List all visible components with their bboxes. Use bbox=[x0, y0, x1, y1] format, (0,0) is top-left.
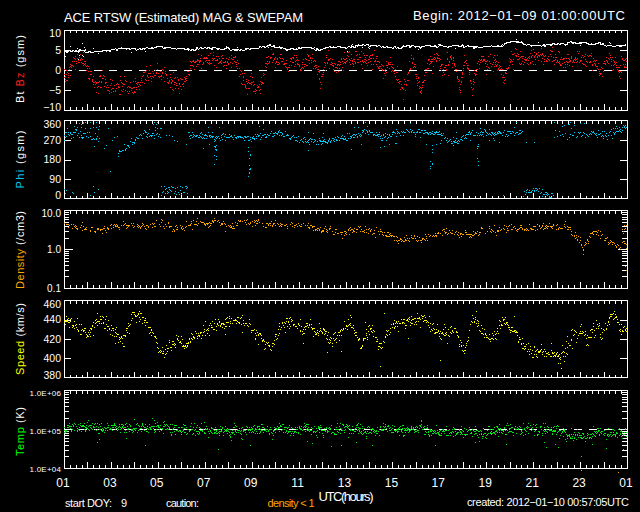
svg-text:21: 21 bbox=[526, 476, 540, 490]
svg-text:420: 420 bbox=[43, 333, 61, 345]
svg-text:07: 07 bbox=[197, 476, 211, 490]
svg-text:1.0E+04: 1.0E+04 bbox=[30, 465, 62, 474]
svg-text:−5: −5 bbox=[49, 84, 61, 96]
svg-text:density < 1: density < 1 bbox=[268, 497, 315, 509]
svg-text:17: 17 bbox=[432, 476, 446, 490]
svg-text:10.0: 10.0 bbox=[42, 208, 62, 219]
svg-text:90: 90 bbox=[49, 173, 61, 185]
svg-text:Bt Bz (gsm): Bt Bz (gsm) bbox=[14, 35, 26, 103]
svg-text:11: 11 bbox=[291, 476, 304, 490]
svg-text:Phi (gsm): Phi (gsm) bbox=[14, 131, 26, 189]
svg-text:Speed (km/s): Speed (km/s) bbox=[14, 303, 26, 375]
svg-text:03: 03 bbox=[103, 476, 117, 490]
svg-text:180: 180 bbox=[43, 153, 61, 165]
svg-text:caution:: caution: bbox=[166, 497, 199, 509]
svg-text:360: 360 bbox=[43, 118, 61, 130]
svg-text:9: 9 bbox=[121, 497, 127, 509]
svg-text:created: 2012−01−10 00:57:05UT: created: 2012−01−10 00:57:05UTC bbox=[467, 496, 629, 508]
svg-text:460: 460 bbox=[43, 298, 61, 310]
svg-text:440: 440 bbox=[43, 313, 61, 325]
svg-text:19: 19 bbox=[479, 476, 493, 490]
svg-text:Begin: 2012−01−09 01:00:00UTC: Begin: 2012−01−09 01:00:00UTC bbox=[413, 8, 625, 23]
svg-text:380: 380 bbox=[43, 369, 61, 381]
svg-text:start DOY:: start DOY: bbox=[65, 497, 112, 509]
svg-text:5: 5 bbox=[55, 44, 61, 56]
svg-text:10: 10 bbox=[49, 27, 61, 39]
svg-text:0.1: 0.1 bbox=[47, 283, 61, 294]
svg-text:Temp (K): Temp (K) bbox=[14, 407, 26, 456]
svg-text:05: 05 bbox=[150, 476, 164, 490]
svg-text:13: 13 bbox=[338, 476, 352, 490]
svg-text:1.0E+06: 1.0E+06 bbox=[30, 389, 62, 398]
svg-text:Density (/cm3): Density (/cm3) bbox=[14, 211, 26, 289]
svg-text:15: 15 bbox=[385, 476, 399, 490]
svg-text:01: 01 bbox=[619, 476, 633, 490]
svg-text:0: 0 bbox=[55, 189, 61, 201]
svg-text:09: 09 bbox=[244, 476, 258, 490]
svg-text:0: 0 bbox=[55, 64, 61, 76]
svg-text:01: 01 bbox=[56, 476, 70, 490]
svg-text:−10: −10 bbox=[43, 101, 61, 113]
svg-text:270: 270 bbox=[43, 134, 61, 146]
svg-text:400: 400 bbox=[43, 352, 61, 364]
svg-text:1.0E+05: 1.0E+05 bbox=[30, 427, 62, 436]
svg-text:23: 23 bbox=[572, 476, 586, 490]
svg-text:1.0: 1.0 bbox=[47, 244, 61, 255]
svg-text:ACE RTSW (Estimated) MAG & SWE: ACE RTSW (Estimated) MAG & SWEPAM bbox=[64, 10, 303, 25]
svg-text:UTC(hours): UTC(hours) bbox=[319, 489, 374, 504]
